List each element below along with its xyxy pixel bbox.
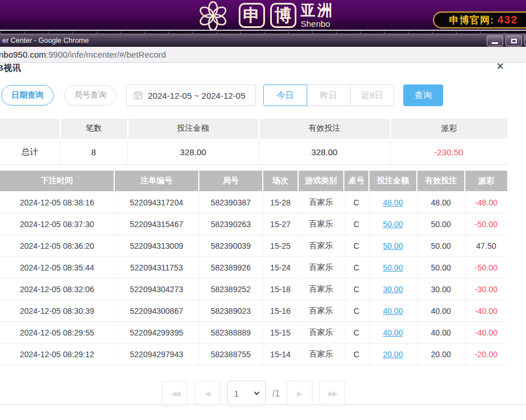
minimize-button[interactable] [487, 35, 503, 46]
summary-header-1: 笔数 [60, 119, 127, 139]
next-page-icon: ▶ [297, 389, 303, 398]
record-7-col-6-value[interactable]: 20.00 [383, 350, 403, 359]
record-4-col-7: 30.00 [417, 278, 465, 300]
record-3-col-4: 百家乐 [298, 257, 344, 278]
page-header: B视讯 ✕ [0, 63, 526, 84]
record-row-5: 2024-12-05 08:30:39522094300867582389023… [0, 300, 507, 322]
record-5-col-4: 百家乐 [298, 300, 344, 322]
record-3-col-8-value: -50.00 [475, 263, 497, 272]
round-query-tab[interactable]: 局号查询 [64, 85, 117, 106]
record-1-col-2: 582390263 [199, 213, 263, 235]
summary-cell-4: -230.50 [390, 139, 507, 164]
record-0-col-7: 48.00 [417, 192, 465, 213]
record-5-col-8: -40.00 [465, 300, 507, 322]
summary-cell-2: 328.00 [127, 139, 259, 164]
record-4-col-6-value[interactable]: 30.00 [383, 285, 403, 294]
record-5-col-3: 15-16 [263, 300, 298, 322]
record-3-col-6-value[interactable]: 50.00 [383, 263, 403, 272]
calendar-icon [134, 91, 143, 100]
page-select[interactable]: 1 [227, 381, 266, 406]
close-panel-icon[interactable]: ✕ [496, 62, 504, 71]
summary-cell-4-value: -230.50 [434, 147, 463, 157]
records-header-row: 下注时间注单编号局号场次游戏类别桌号投注金额有效投注派彩 [0, 171, 507, 192]
record-4-col-5: C [344, 278, 369, 300]
record-6-col-7: 40.00 [417, 322, 465, 344]
brand-char-1: 申 [243, 4, 260, 27]
records-header-8: 派彩 [465, 171, 507, 192]
record-2-col-6[interactable]: 50.00 [369, 235, 417, 257]
record-1-col-1: 522094315467 [114, 213, 199, 235]
record-1-col-6-value[interactable]: 50.00 [383, 220, 403, 229]
record-3-col-6[interactable]: 50.00 [369, 257, 417, 278]
date-query-tab[interactable]: 日期查询 [1, 85, 54, 106]
record-0-col-4: 百家乐 [298, 192, 344, 213]
record-5-col-6-value[interactable]: 40.00 [383, 306, 403, 316]
today-button[interactable]: 今日 [263, 84, 307, 106]
record-6-col-6-value[interactable]: 40.00 [383, 328, 403, 337]
brand-region: 亚洲 [301, 3, 334, 18]
brand-char-2: 博 [275, 4, 292, 27]
record-7-col-3: 15-14 [263, 344, 298, 365]
chevron-down-icon [254, 390, 259, 395]
record-6-col-6[interactable]: 40.00 [369, 322, 417, 344]
next-page-button[interactable]: ▶ [287, 381, 312, 406]
url-path: :9900/infe/mcenter/#/betRecord [46, 50, 166, 59]
record-2-col-6-value[interactable]: 50.00 [383, 241, 403, 251]
page-title: B视讯 [0, 63, 21, 74]
summary-header-0 [0, 119, 60, 139]
date-range-input[interactable]: 2024-12-05 ~ 2024-12-05 [126, 84, 256, 106]
records-header-5: 桌号 [344, 171, 369, 192]
brand-char-box-2: 博 [270, 3, 296, 28]
record-5-col-6[interactable]: 40.00 [369, 300, 417, 322]
record-row-2: 2024-12-05 08:36:20522094313009582390039… [0, 235, 507, 257]
last-8-days-button[interactable]: 近8日 [350, 84, 394, 106]
browser-toolbar: nbo950.com:9900/infe/mcenter/#/betRecord [0, 47, 526, 63]
record-7-col-4: 百家乐 [298, 344, 344, 365]
last-page-icon: ▶▶ [328, 389, 336, 398]
record-4-col-4: 百家乐 [298, 278, 344, 300]
yesterday-button[interactable]: 昨日 [307, 84, 351, 106]
records-header-2: 局号 [199, 171, 263, 192]
records-header-7: 有效投注 [417, 171, 465, 192]
record-2-col-4: 百家乐 [298, 235, 344, 257]
record-row-7: 2024-12-05 08:29:12522094297943582388755… [0, 344, 507, 365]
first-page-button[interactable]: ◀◀ [162, 381, 188, 406]
record-5-col-7: 40.00 [417, 300, 465, 322]
record-0-col-6-value[interactable]: 48.00 [383, 198, 403, 207]
page-select-value: 1 [234, 389, 239, 398]
record-2-col-8: 47.50 [465, 235, 507, 257]
record-5-col-1: 522094300867 [114, 300, 199, 322]
record-7-col-8-value: -20.00 [475, 350, 497, 359]
record-4-col-0: 2024-12-05 08:32:06 [0, 278, 114, 300]
record-0-col-5: C [344, 192, 369, 213]
window-title: er Center - Google Chrome [2, 37, 89, 45]
record-1-col-5: C [344, 213, 369, 235]
record-3-col-8: -50.00 [465, 257, 507, 278]
official-site-label: 申博官网: [449, 14, 494, 27]
filter-bar: 日期查询 局号查询 2024-12-05 ~ 2024-12-05 [1, 84, 526, 106]
record-7-col-1: 522094297943 [114, 344, 199, 365]
record-1-col-3: 15-27 [263, 213, 298, 235]
record-1-col-0: 2024-12-05 08:37:30 [0, 213, 114, 235]
last-page-button[interactable]: ▶▶ [319, 381, 345, 406]
date-range-value: 2024-12-05 ~ 2024-12-05 [148, 91, 246, 100]
record-7-col-6[interactable]: 20.00 [369, 344, 417, 365]
address-bar[interactable]: nbo950.com:9900/infe/mcenter/#/betRecord [0, 50, 166, 59]
record-0-col-6[interactable]: 48.00 [369, 192, 417, 213]
record-5-col-8-value: -40.00 [475, 306, 497, 316]
record-4-col-6[interactable]: 30.00 [369, 278, 417, 300]
summary-table: 笔数投注金额有效投注派彩 总计8328.00328.00-230.50 [0, 119, 507, 165]
window-controls: ✕ [487, 35, 526, 46]
record-6-col-8-value: -40.00 [475, 328, 497, 337]
summary-header-4: 派彩 [390, 119, 507, 139]
record-5-col-2: 582389023 [199, 300, 263, 322]
record-2-col-7: 50.00 [417, 235, 465, 257]
record-1-col-6[interactable]: 50.00 [369, 213, 417, 235]
record-7-col-7: 20.00 [417, 344, 465, 365]
records-body: 2024-12-05 08:38:16522094317204582390387… [0, 192, 507, 365]
maximize-button[interactable] [505, 35, 522, 46]
window-titlebar[interactable]: er Center - Google Chrome ✕ [0, 34, 526, 47]
record-2-col-5: C [344, 235, 369, 257]
search-button[interactable]: 查询 [403, 84, 443, 106]
prev-page-button[interactable]: ◀ [195, 381, 220, 406]
